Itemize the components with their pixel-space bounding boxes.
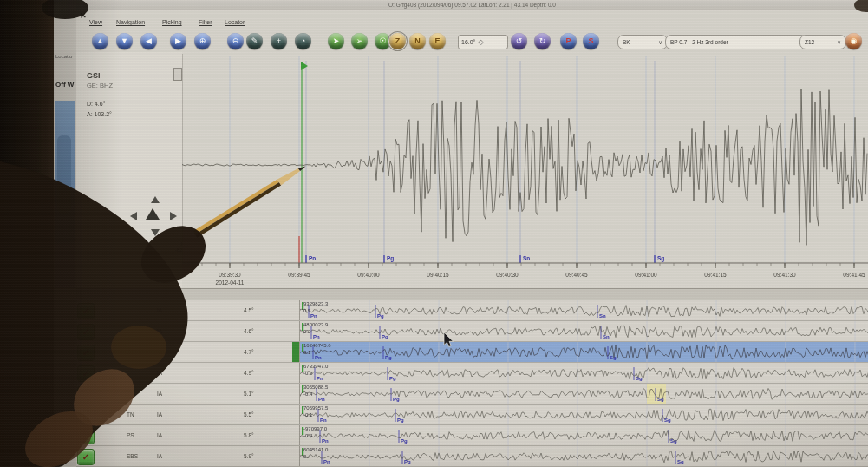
pick-p-button-glyph: P — [565, 37, 571, 45]
add-pick-button[interactable]: + — [271, 33, 287, 49]
pick-s-button-glyph: S — [588, 37, 593, 45]
trace-enabled-checkbox[interactable]: ✓ — [77, 303, 95, 319]
zoom-in-button-glyph: ⊕ — [199, 37, 206, 45]
phase-label: Pg — [393, 397, 400, 402]
trace-enabled-checkbox[interactable]: ✓ — [77, 407, 95, 424]
row-network-code: IA — [157, 349, 162, 355]
rotate-cw-button-glyph: ↻ — [539, 37, 546, 45]
menu-navigation[interactable]: Navigation — [116, 19, 145, 25]
trace-enabled-checkbox[interactable]: ✓ — [77, 386, 95, 403]
pick-tool-button[interactable]: ✎ — [246, 33, 263, 49]
time-window-button[interactable]: ◔ — [295, 33, 311, 49]
app-logo-button[interactable]: ◉ — [845, 33, 862, 49]
menu-picking[interactable]: Picking — [162, 19, 182, 25]
component-n-button-glyph: N — [414, 37, 421, 45]
phase-label: Pg — [404, 459, 411, 464]
row-amplitude: 6045141.0 — [303, 446, 328, 453]
trace-row[interactable]: ✓GEIA4.7°PnPgSg16246745.60.1 — [76, 342, 868, 363]
row-seismogram[interactable]: PnPgSg — [299, 342, 868, 362]
row-offset: 0.5 — [303, 307, 328, 314]
trace-enabled-checkbox[interactable]: ✓ — [77, 428, 95, 444]
time-label: 09:40:00 — [357, 272, 380, 278]
zoom-out-button[interactable]: ⊖ — [227, 33, 244, 49]
date-label: 2012-04-11 — [216, 280, 245, 286]
row-seismogram[interactable]: PnPgSg — [299, 363, 868, 383]
apply-button[interactable]: ➤ — [328, 33, 344, 49]
row-station-code: GE — [127, 349, 134, 355]
trace-row[interactable]: ✓IA4.6°PnPgSn4800023.90.2 — [76, 321, 868, 342]
row-amplitude-readout: 3055088.5-0.4 — [303, 384, 328, 398]
splitter-handle-icon[interactable] — [173, 68, 182, 81]
trace-list: ✓IA4.5°PnPgSn9329823.30.5✓IA4.6°PnPgSn48… — [76, 300, 868, 467]
pan-right-button[interactable]: ▶ — [170, 33, 186, 49]
trace-enabled-checkbox[interactable]: ✓ — [77, 345, 95, 361]
azimuth-value: A: 103.2° — [87, 111, 112, 117]
monitor-screen: Locatio Off W O: Grfg403 (2012/094/06) 0… — [54, 0, 868, 467]
pan-up-button-glyph: ▲ — [96, 37, 104, 45]
row-amplitude: 16246745.6 — [303, 342, 331, 349]
trace-row[interactable]: ✓SBSIA5.9°PnPgSg6045141.00.4 — [76, 446, 868, 467]
stream-code: GE: BHZ — [87, 82, 113, 89]
rotation-angle-spinner[interactable]: 16.0°◇ — [458, 35, 508, 49]
time-label: 09:40:30 — [496, 272, 519, 278]
pan-up-button[interactable]: ▲ — [92, 33, 108, 49]
next-trace-button[interactable]: ➢ — [351, 33, 368, 49]
scroll-left-button[interactable] — [130, 212, 137, 220]
pick-s-button[interactable]: S — [583, 33, 599, 49]
time-label: 09:41:15 — [704, 272, 727, 278]
trace-enabled-checkbox[interactable]: ✓ — [77, 324, 95, 340]
phase-label: Pg — [389, 376, 396, 381]
menu-locator[interactable]: Locator — [225, 19, 245, 25]
trace-enabled-checkbox[interactable]: ✓ — [77, 365, 95, 382]
menu-view[interactable]: View — [89, 19, 102, 25]
trace-row[interactable]: ✓PSIA5.8°PnPgSg-970997.0-0.4 — [76, 425, 868, 446]
rotate-ccw-button[interactable]: ↺ — [511, 33, 527, 49]
row-seismogram[interactable]: PnPgSn — [299, 300, 868, 320]
row-seismogram[interactable]: PnPgSn — [299, 321, 868, 341]
trace-enabled-checkbox[interactable]: ✓ — [77, 449, 95, 465]
pan-left-button-glyph: ◀ — [146, 37, 152, 45]
time-label: 09:40:45 — [565, 272, 588, 278]
trace-row[interactable]: ✓IA4.5°PnPgSn9329823.30.5 — [76, 300, 868, 321]
home-button[interactable] — [146, 208, 160, 220]
add-pick-button-glyph: + — [277, 37, 281, 45]
pick-p-button[interactable]: P — [560, 33, 577, 49]
dropdown-value: BP 0.7 - 2 Hz 3rd order — [670, 39, 728, 45]
row-amplitude-readout: 4800023.90.2 — [303, 321, 328, 335]
row-distance: 4.9° — [244, 370, 254, 376]
trace-row[interactable]: ✓BIIA5.1°PnPgSg3055088.5-0.4 — [76, 384, 868, 405]
apply-button-glyph: ➤ — [333, 37, 340, 45]
row-seismogram[interactable]: PnPgSg — [299, 405, 868, 424]
pan-left-button[interactable]: ◀ — [140, 33, 157, 49]
rotation-dropdown[interactable]: Z12∨ — [799, 35, 846, 49]
network-dropdown[interactable]: BK∨ — [617, 35, 668, 49]
time-label: 09:39:30 — [219, 272, 241, 278]
row-amplitude-readout: 6045141.00.4 — [303, 446, 328, 460]
trace-row[interactable]: ✓TNIA5.5°PnPgSg7059957.5-0.1 — [76, 405, 868, 425]
row-distance: 4.5° — [244, 307, 254, 313]
component-e-button-glyph: E — [434, 37, 440, 45]
off-w-button[interactable]: Off W — [55, 81, 74, 89]
zoom-in-button[interactable]: ⊕ — [194, 33, 211, 49]
phase-label: Pg — [397, 418, 404, 423]
trace-row[interactable]: ✓IA4.9°PnPgSg6733947.0-0.2 — [76, 363, 868, 384]
filter-dropdown[interactable]: BP 0.7 - 2 Hz 3rd order∨ — [665, 35, 807, 49]
component-e-button[interactable]: E — [429, 33, 446, 49]
rotate-cw-button[interactable]: ↻ — [534, 33, 551, 49]
row-amplitude: 4800023.9 — [303, 321, 328, 328]
pan-down-button[interactable]: ▼ — [116, 33, 133, 49]
row-network-code: IA — [157, 328, 162, 334]
menu-filter[interactable]: Filter — [199, 19, 212, 25]
row-amplitude-readout: 16246745.60.1 — [303, 342, 331, 356]
row-seismogram[interactable]: PnPgSg — [299, 425, 868, 445]
component-n-button[interactable]: N — [409, 33, 426, 49]
scroll-up-button[interactable] — [151, 196, 160, 203]
main-seismogram-canvas[interactable]: PnPgSnSg09:39:3009:39:4509:40:0009:40:15… — [182, 52, 868, 288]
component-z-button[interactable]: Z — [389, 33, 406, 49]
delta-value: D: 4.6° — [87, 101, 105, 107]
scroll-down-button[interactable] — [151, 229, 160, 236]
row-seismogram[interactable]: PnPgSg — [299, 384, 868, 404]
dropdown-value: Z12 — [805, 39, 814, 45]
scroll-right-button[interactable] — [170, 212, 177, 220]
row-seismogram[interactable]: PnPgSg — [299, 446, 868, 466]
